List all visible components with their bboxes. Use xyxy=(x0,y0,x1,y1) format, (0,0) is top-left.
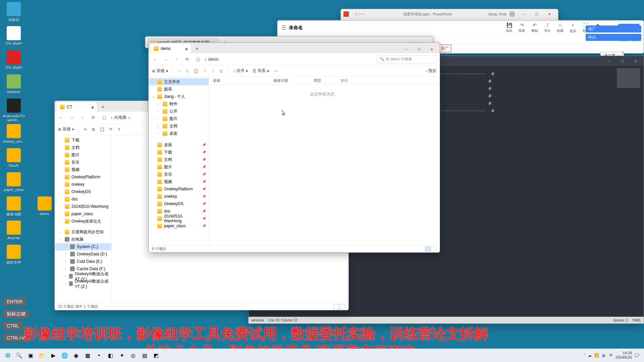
demo-tab[interactable]: demo ✕ xyxy=(151,44,191,53)
paste-icon[interactable]: 📋 xyxy=(100,127,105,132)
sidebar-item[interactable]: 文档 📌 xyxy=(149,156,209,163)
tray-up-icon[interactable]: ˄ xyxy=(583,353,585,358)
app6-icon[interactable]: ▤ xyxy=(139,350,150,361)
desktop-icon[interactable]: AnaFile xyxy=(2,221,25,240)
sidebar-item[interactable]: 主文件夹 xyxy=(149,78,209,85)
sidebar-item[interactable]: › OnekeyAI数据合成YT (Z:) xyxy=(55,280,111,287)
taskview-icon[interactable]: ▣ xyxy=(25,350,36,361)
forward-icon[interactable]: → xyxy=(162,56,169,63)
app5-icon[interactable]: ◎ xyxy=(127,350,139,361)
notif-icon[interactable]: 💬 xyxy=(635,353,639,358)
back-icon[interactable]: ← xyxy=(151,56,159,63)
sidebar-item[interactable]: › 文档 xyxy=(149,122,209,130)
up-icon[interactable]: ↑ xyxy=(79,114,86,121)
tray-net-icon[interactable]: 📶 xyxy=(594,353,599,358)
sidebar-item[interactable]: doc xyxy=(55,195,111,203)
new-tab-button[interactable]: ＋ xyxy=(98,102,108,112)
sidebar-item[interactable]: › Cold Data (E:) xyxy=(55,258,111,265)
view-button[interactable]: ☰ 查看 ▾ xyxy=(253,68,269,74)
desktop-icon[interactable]: demo xyxy=(33,196,56,216)
tray-cloud-icon[interactable]: ☁ xyxy=(588,353,592,358)
sidebar-item[interactable]: 下载 xyxy=(55,136,111,144)
sidebar-item[interactable]: OnekeyPlatform 📌 xyxy=(149,185,209,193)
mm-save[interactable]: 💾保存 xyxy=(506,22,513,33)
sidebar-item[interactable]: 图片 xyxy=(55,151,111,159)
app3-icon[interactable]: ◧ xyxy=(105,350,116,361)
sidebar-item[interactable]: 20240510-WanHong 📌 xyxy=(149,215,209,222)
sidebar-item[interactable]: paper_class xyxy=(55,210,111,218)
minimize-button[interactable]: ─ xyxy=(518,10,530,18)
app4-icon[interactable]: ✦ xyxy=(116,350,127,361)
mm-redo[interactable]: ↷恢复 xyxy=(519,22,525,33)
rename-icon[interactable]: ✎ xyxy=(109,127,113,132)
back-icon[interactable]: ← xyxy=(57,114,65,121)
preview-button[interactable]: ▫ 预览 xyxy=(426,68,436,74)
tray-ime-icon[interactable]: 中 xyxy=(609,353,613,358)
refresh-icon[interactable]: ⟳ xyxy=(183,56,191,63)
minimize-button[interactable]: ─ xyxy=(400,45,412,53)
mm-export[interactable]: ⤴导出 xyxy=(544,22,551,33)
view-grid-icon[interactable] xyxy=(431,246,436,252)
desktop-icon[interactable]: ITK-SNAP xyxy=(2,26,25,46)
sidebar-item[interactable]: 音乐 xyxy=(55,159,111,166)
tray-vol-icon[interactable]: 🔊 xyxy=(602,353,606,358)
start-button[interactable]: ⊞ xyxy=(2,350,13,361)
sidebar-item[interactable]: 视频 📌 xyxy=(149,178,209,185)
close-button[interactable]: ✕ xyxy=(543,10,555,18)
cut-icon[interactable]: ✂ xyxy=(84,127,87,132)
mm-more[interactable]: ＋更多 xyxy=(570,22,576,34)
sidebar-item[interactable]: › 百度网盘同步空间 xyxy=(55,228,111,236)
clock[interactable]: 14:28 2024/5/26 xyxy=(615,351,632,360)
view-grid-icon[interactable] xyxy=(340,304,345,309)
share-icon[interactable]: ⇪ xyxy=(117,127,121,132)
explorer-icon[interactable]: 📁 xyxy=(36,350,48,361)
chrome-icon[interactable]: ◉ xyxy=(70,350,82,361)
terminal-icon[interactable]: ▪ xyxy=(93,350,105,361)
close-button[interactable]: ✕ xyxy=(630,57,642,65)
sidebar-item[interactable]: › OnekeyData (D:) xyxy=(55,250,111,258)
sidebar-item[interactable]: ⌄ Jiang - 个人 xyxy=(149,93,209,100)
up-icon[interactable]: ↑ xyxy=(173,56,180,63)
view-list-icon[interactable] xyxy=(425,246,430,252)
desktop-icon[interactable]: 临时文件 xyxy=(2,245,25,265)
max-button[interactable]: ☐ xyxy=(616,57,628,65)
desktop-icon[interactable]: 激发动能 xyxy=(2,196,25,217)
sidebar-item[interactable]: 20240510-WanHong xyxy=(55,203,111,210)
mm-style[interactable]: 样式 xyxy=(586,34,641,41)
sidebar-item[interactable]: 音乐 📌 xyxy=(149,171,209,178)
sidebar-item[interactable]: › 公开 xyxy=(149,108,209,115)
sidebar-item[interactable]: onekey xyxy=(55,181,111,188)
sidebar-item[interactable]: 桌面 📌 xyxy=(149,141,209,148)
sidebar-item[interactable]: OnekeyDS xyxy=(55,188,111,195)
desktop-icon[interactable]: ITK-SNAP xyxy=(2,50,25,70)
sidebar-item[interactable]: › 桌面 xyxy=(149,130,209,137)
more-icon[interactable]: ⋯ xyxy=(274,69,278,73)
sidebar-item[interactable]: › 图片 xyxy=(149,115,209,122)
sidebar-item[interactable]: › System (C:) xyxy=(55,243,111,250)
min-button[interactable]: ─ xyxy=(603,57,615,65)
search-icon[interactable]: 🔍 xyxy=(13,350,25,361)
desktop-icon[interactable]: onekey_mo... xyxy=(2,124,25,143)
sidebar-item[interactable]: onekey 📌 xyxy=(149,193,209,200)
sidebar-item[interactable]: 文档 xyxy=(55,144,111,151)
desktop-icon[interactable]: ResAI xyxy=(2,148,25,168)
desktop-icon[interactable]: 回收站 xyxy=(2,2,25,22)
new-tab-button[interactable]: ＋ xyxy=(192,44,202,53)
sidebar-item[interactable]: 视频 xyxy=(55,166,111,173)
app7-icon[interactable]: ◩ xyxy=(150,350,162,361)
maximize-button[interactable]: ☐ xyxy=(531,10,543,18)
search-input[interactable]: 🔍 在 demo 中搜索 xyxy=(377,55,437,63)
sidebar-item[interactable]: OnekeyDS 📌 xyxy=(149,200,209,207)
app2-icon[interactable]: ▦ xyxy=(82,350,93,361)
mm-promote[interactable]: 推广 xyxy=(586,25,641,33)
sidebar-item[interactable]: paper_class 📌 xyxy=(149,222,209,230)
sidebar-item[interactable]: 下载 📌 xyxy=(149,148,209,156)
demo-sidebar[interactable]: 主文件夹 图库 ⌄ Jiang - 个人 › 附件 › 公开 › 图片 › 文档… xyxy=(149,77,209,245)
edge-icon[interactable]: 🌐 xyxy=(59,350,70,361)
ct-sidebar[interactable]: 下载 文档 图片 音乐 视频 OnekeyPlatform onekey One… xyxy=(55,135,112,303)
desktop-icon[interactable]: Anaconda Powersh... xyxy=(2,99,25,122)
home-icon[interactable]: ▢ xyxy=(100,114,108,121)
close-button[interactable]: ✕ xyxy=(426,45,438,53)
sidebar-item[interactable]: › 附件 xyxy=(149,100,209,108)
sidebar-item[interactable]: 图片 📌 xyxy=(149,163,209,171)
